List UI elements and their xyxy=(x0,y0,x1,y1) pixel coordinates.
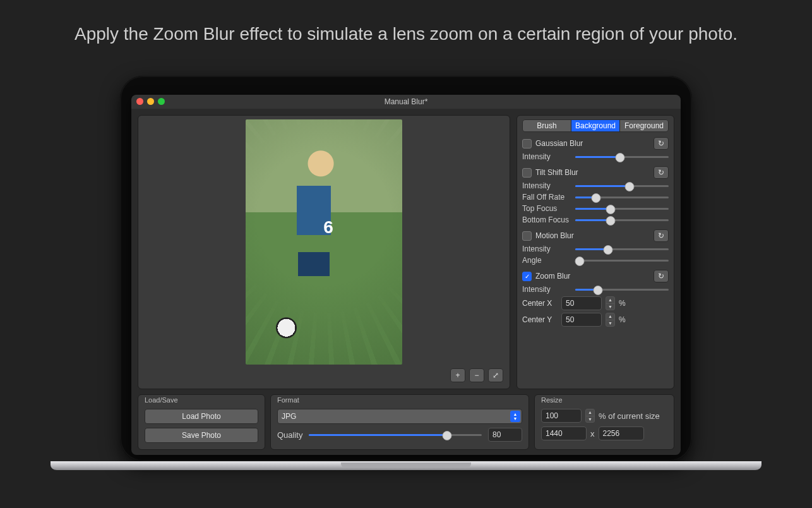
format-panel: Format JPG ▲▼ Quality xyxy=(270,394,529,450)
zoom-intensity-label: Intensity xyxy=(522,285,571,294)
gaussian-intensity-slider[interactable] xyxy=(575,152,669,161)
motion-blur-group: Motion Blur ↻ Intensity Angle xyxy=(522,229,669,265)
step-down-icon: ▼ xyxy=(606,304,614,310)
step-down-icon: ▼ xyxy=(606,320,614,327)
quality-input[interactable] xyxy=(488,428,522,442)
traffic-lights xyxy=(136,98,165,105)
plus-icon: + xyxy=(455,371,460,380)
resize-percent-input[interactable] xyxy=(541,409,582,423)
tilt-shift-group: Tilt Shift Blur ↻ Intensity Fall Off Rat… xyxy=(522,166,669,224)
mode-tabs: Brush Background Foreground xyxy=(522,119,669,132)
zoom-fit-button[interactable]: ⤢ xyxy=(488,368,503,382)
zoom-reset-button[interactable]: ↻ xyxy=(654,270,669,282)
save-photo-button[interactable]: Save Photo xyxy=(145,428,258,443)
close-icon[interactable] xyxy=(136,98,143,105)
step-up-icon: ▲ xyxy=(586,409,594,416)
zoom-out-button[interactable]: − xyxy=(469,368,484,382)
gaussian-blur-label: Gaussian Blur xyxy=(535,139,650,148)
gaussian-reset-button[interactable]: ↻ xyxy=(654,137,669,150)
laptop-frame: Manual Blur* + − ⤢ xyxy=(120,76,692,461)
zoom-blur-label: Zoom Blur xyxy=(535,272,650,281)
tab-background[interactable]: Background xyxy=(571,120,619,131)
zoom-controls: + − ⤢ xyxy=(450,368,503,382)
motion-intensity-label: Intensity xyxy=(522,245,571,253)
tab-brush[interactable]: Brush xyxy=(523,120,571,131)
gaussian-blur-checkbox[interactable] xyxy=(522,139,532,148)
preview-panel: + − ⤢ xyxy=(138,115,510,389)
bottom-row: Load/Save Load Photo Save Photo Format J… xyxy=(138,394,674,450)
load-photo-button[interactable]: Load Photo xyxy=(145,409,258,424)
resize-height-input[interactable] xyxy=(599,426,644,440)
zoom-center-x-label: Center X xyxy=(522,299,558,308)
zoom-center-x-stepper[interactable]: ▲ ▼ xyxy=(606,296,615,310)
format-title: Format xyxy=(271,395,528,404)
page-headline: Apply the Zoom Blur effect to simulate a… xyxy=(0,24,812,44)
zoom-blur-checkbox[interactable]: ✓ xyxy=(522,272,532,281)
zoom-blur-group: ✓ Zoom Blur ↻ Intensity Center xyxy=(522,270,669,327)
controls-panel: Brush Background Foreground Gaussian Blu… xyxy=(516,115,674,389)
tilt-shift-label: Tilt Shift Blur xyxy=(535,168,650,177)
resize-title: Resize xyxy=(535,395,674,404)
zoom-in-button[interactable]: + xyxy=(450,368,465,382)
tilt-bottom-focus-slider[interactable] xyxy=(575,215,669,224)
motion-angle-slider[interactable] xyxy=(575,256,669,265)
app-window: Manual Blur* + − ⤢ xyxy=(131,95,681,455)
fullscreen-icon[interactable] xyxy=(158,98,165,105)
quality-slider[interactable] xyxy=(309,430,482,439)
zoom-center-y-label: Center Y xyxy=(522,315,558,324)
laptop-notch xyxy=(341,463,471,468)
reset-icon: ↻ xyxy=(658,168,664,177)
expand-icon: ⤢ xyxy=(493,371,499,380)
resize-width-input[interactable] xyxy=(541,426,587,440)
format-select[interactable]: JPG ▲▼ xyxy=(277,409,522,424)
motion-blur-checkbox[interactable] xyxy=(522,231,532,241)
motion-reset-button[interactable]: ↻ xyxy=(654,229,669,242)
step-up-icon: ▲ xyxy=(606,313,614,320)
zoom-center-y-input[interactable] xyxy=(561,313,602,327)
tilt-bottom-focus-label: Bottom Focus xyxy=(522,215,571,224)
preview-image xyxy=(246,119,402,365)
reset-icon: ↻ xyxy=(658,139,664,148)
minimize-icon[interactable] xyxy=(147,98,154,105)
tilt-shift-checkbox[interactable] xyxy=(522,168,532,178)
window-titlebar: Manual Blur* xyxy=(131,95,681,109)
window-content: + − ⤢ Brush Background xyxy=(131,109,681,455)
reset-icon: ↻ xyxy=(658,272,664,281)
loadsave-panel: Load/Save Load Photo Save Photo xyxy=(138,394,265,450)
tilt-intensity-label: Intensity xyxy=(522,181,571,190)
tilt-top-focus-label: Top Focus xyxy=(522,204,571,213)
tilt-falloff-slider[interactable] xyxy=(575,193,669,202)
tab-foreground[interactable]: Foreground xyxy=(619,120,668,131)
resize-panel: Resize ▲ ▼ % of current size x xyxy=(534,394,674,450)
step-up-icon: ▲ xyxy=(606,297,614,304)
format-selected-value: JPG xyxy=(282,412,296,421)
loadsave-title: Load/Save xyxy=(138,395,265,404)
zoom-center-y-unit: % xyxy=(619,315,626,324)
zoom-center-x-unit: % xyxy=(619,299,626,308)
quality-label: Quality xyxy=(277,430,302,440)
gaussian-blur-group: Gaussian Blur ↻ Intensity xyxy=(522,137,669,161)
window-title: Manual Blur* xyxy=(385,97,428,106)
zoom-center-x-input[interactable] xyxy=(561,296,602,310)
tilt-top-focus-slider[interactable] xyxy=(575,204,669,213)
resize-percent-suffix: % of current size xyxy=(599,411,660,421)
tilt-intensity-slider[interactable] xyxy=(575,181,669,190)
gaussian-intensity-label: Intensity xyxy=(522,152,571,161)
tilt-reset-button[interactable]: ↻ xyxy=(654,166,669,179)
check-icon: ✓ xyxy=(525,273,530,280)
chevron-updown-icon: ▲▼ xyxy=(510,411,520,422)
motion-blur-label: Motion Blur xyxy=(535,231,650,240)
motion-intensity-slider[interactable] xyxy=(575,245,669,253)
resize-percent-stepper[interactable]: ▲ ▼ xyxy=(585,409,595,423)
top-row: + − ⤢ Brush Background xyxy=(138,115,674,389)
minus-icon: − xyxy=(474,371,479,380)
reset-icon: ↻ xyxy=(658,231,664,240)
motion-angle-label: Angle xyxy=(522,256,571,265)
step-down-icon: ▼ xyxy=(586,416,594,423)
zoom-intensity-slider[interactable] xyxy=(575,285,669,294)
zoom-center-y-stepper[interactable]: ▲ ▼ xyxy=(606,313,615,327)
dimension-separator: x xyxy=(590,429,595,438)
tilt-falloff-label: Fall Off Rate xyxy=(522,193,571,202)
